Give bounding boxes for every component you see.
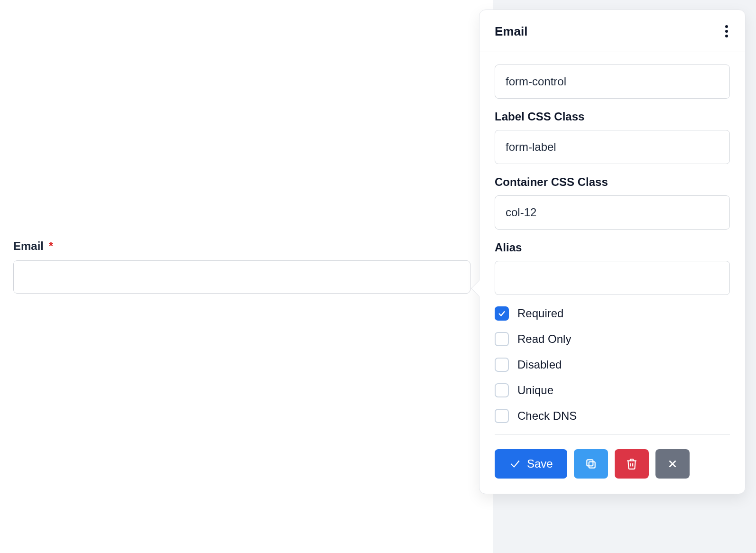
check-row-readonly[interactable]: Read Only xyxy=(495,332,730,346)
check-dns-checkbox[interactable] xyxy=(495,409,509,423)
disabled-checkbox[interactable] xyxy=(495,358,509,372)
checkbox-list: Required Read Only Disabled Unique xyxy=(495,306,730,423)
copy-icon xyxy=(585,458,597,470)
readonly-checkbox[interactable] xyxy=(495,332,509,346)
svg-rect-1 xyxy=(587,460,593,466)
container-css-class-input[interactable] xyxy=(495,195,730,230)
field-block-email[interactable]: Email * xyxy=(13,240,470,294)
check-icon xyxy=(498,309,506,318)
alias-label: Alias xyxy=(495,241,730,254)
duplicate-button[interactable] xyxy=(574,449,608,479)
svg-rect-0 xyxy=(589,462,595,468)
check-row-required[interactable]: Required xyxy=(495,306,730,321)
save-button-label: Save xyxy=(527,457,553,470)
panel-title: Email xyxy=(495,24,527,39)
delete-button[interactable] xyxy=(615,449,649,479)
check-dns-label: Check DNS xyxy=(517,409,577,423)
required-checkbox[interactable] xyxy=(495,306,509,321)
unique-label: Unique xyxy=(517,384,553,397)
prop-css-class xyxy=(495,65,730,99)
label-css-class-label: Label CSS Class xyxy=(495,110,730,123)
check-row-disabled[interactable]: Disabled xyxy=(495,358,730,372)
properties-panel: Email Label CSS Class Container CSS Clas… xyxy=(479,9,746,494)
required-label: Required xyxy=(517,307,563,320)
prop-container-css-class: Container CSS Class xyxy=(495,175,730,230)
field-label-text: Email xyxy=(13,240,44,252)
check-icon xyxy=(509,458,521,470)
panel-footer: Save xyxy=(495,434,730,494)
close-icon xyxy=(666,458,679,470)
css-class-input[interactable] xyxy=(495,65,730,99)
disabled-label: Disabled xyxy=(517,358,562,371)
trash-icon xyxy=(626,458,638,470)
save-button[interactable]: Save xyxy=(495,449,567,479)
more-options-icon[interactable] xyxy=(722,22,731,40)
prop-alias: Alias xyxy=(495,241,730,295)
prop-label-css-class: Label CSS Class xyxy=(495,110,730,164)
check-row-check-dns[interactable]: Check DNS xyxy=(495,409,730,423)
unique-checkbox[interactable] xyxy=(495,383,509,397)
alias-input[interactable] xyxy=(495,261,730,295)
form-canvas: Email * xyxy=(0,0,484,553)
panel-body: Label CSS Class Container CSS Class Alia… xyxy=(479,52,745,423)
field-label: Email * xyxy=(13,240,470,253)
check-row-unique[interactable]: Unique xyxy=(495,383,730,397)
required-marker: * xyxy=(49,240,53,252)
email-input[interactable] xyxy=(13,260,470,294)
label-css-class-input[interactable] xyxy=(495,130,730,164)
panel-header: Email xyxy=(479,10,745,52)
container-css-class-label: Container CSS Class xyxy=(495,175,730,189)
readonly-label: Read Only xyxy=(517,332,571,346)
close-button[interactable] xyxy=(655,449,690,479)
